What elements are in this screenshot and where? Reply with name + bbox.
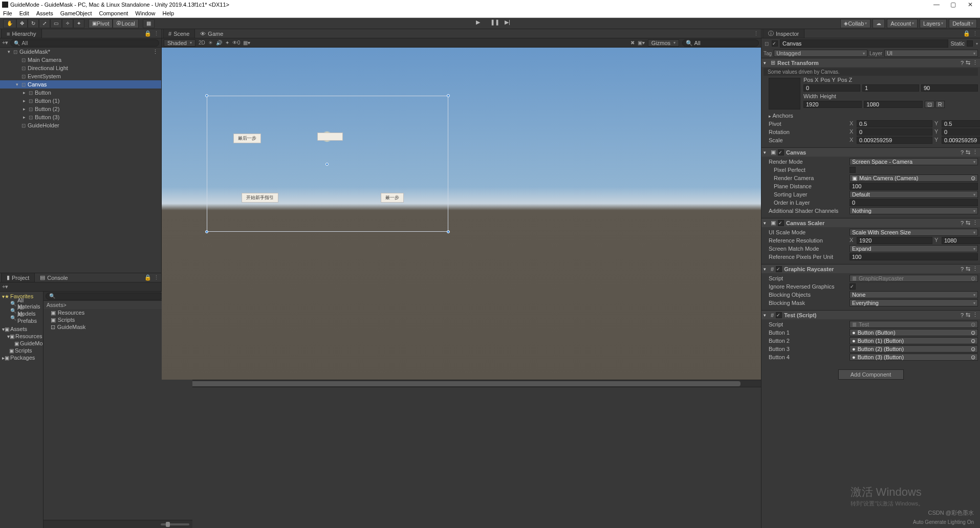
graphic-raycaster-header[interactable]: ▾#Graphic Raycaster?⇆⋮ [761, 264, 980, 273]
canvas-scaler-header[interactable]: ▾▣Canvas Scaler?⇆⋮ [761, 218, 980, 227]
cloud-icon[interactable]: ☁ [873, 19, 885, 28]
shader-channels-dropdown[interactable]: Nothing▾ [850, 207, 978, 214]
posx-input[interactable] [803, 84, 860, 92]
mode-2d-toggle[interactable]: 2D [199, 40, 205, 46]
context-menu-icon[interactable]: ⋮ [972, 59, 978, 66]
move-tool-icon[interactable]: ✥ [16, 19, 28, 28]
ignore-reversed-checkbox[interactable] [850, 283, 856, 290]
hierarchy-item-eventsystem[interactable]: ⊡EventSystem [0, 72, 161, 80]
tab-inspector[interactable]: ⓘ Inspector [763, 29, 804, 38]
scene-search-input[interactable]: 🔍 All [682, 39, 759, 47]
local-toggle[interactable]: ⦿ Local [113, 19, 138, 28]
pivot-toggle[interactable]: ▣ Pivot [89, 19, 113, 28]
posy-input[interactable] [862, 84, 919, 92]
scale-tool-icon[interactable]: ⤢ [39, 19, 50, 28]
handle-tr[interactable] [447, 94, 450, 97]
hierarchy-item-directional-light[interactable]: ⊡Directional Light [0, 64, 161, 72]
fx-toggle-icon[interactable]: ✦ [225, 40, 229, 46]
handle-br[interactable] [447, 230, 450, 233]
object-picker-icon[interactable]: ⊙ [971, 354, 975, 361]
tab-project[interactable]: ▮ Project [1, 273, 35, 282]
plane-distance-input[interactable] [850, 183, 978, 190]
menu-component[interactable]: Component [99, 10, 128, 16]
pivot-x-input[interactable] [857, 120, 932, 127]
handle-tl[interactable] [205, 94, 208, 97]
hierarchy-item-guideholder[interactable]: ⊡GuideHolder [0, 121, 161, 129]
handle-bl[interactable] [205, 230, 208, 233]
scale-mode-dropdown[interactable]: Scale With Screen Size▾ [850, 229, 978, 236]
render-camera-field[interactable]: ▣Main Camera (Camera)⊙ [850, 174, 978, 182]
pivot-y-input[interactable] [942, 120, 980, 127]
height-input[interactable] [864, 101, 922, 108]
context-menu-icon[interactable]: ⋮ [972, 30, 978, 37]
sorting-layer-dropdown[interactable]: Default▾ [850, 191, 978, 198]
layout-dropdown[interactable]: Default ▾ [949, 19, 977, 28]
raycaster-enabled-checkbox[interactable] [776, 266, 782, 272]
hierarchy-item-button2[interactable]: ▸⊡Button (2) [0, 105, 161, 113]
pixel-perfect-checkbox[interactable] [850, 167, 856, 173]
maximize-button[interactable]: ▢ [946, 1, 961, 8]
test-enabled-checkbox[interactable] [776, 312, 782, 318]
object-name-input[interactable] [780, 39, 948, 48]
hierarchy-scene-row[interactable]: ▾⊡GuideMask*⋮ [0, 48, 161, 56]
menu-assets[interactable]: Assets [36, 10, 53, 16]
match-mode-dropdown[interactable]: Expand▾ [850, 245, 978, 252]
scale-x-input[interactable] [857, 137, 932, 144]
rot-y-input[interactable] [942, 128, 980, 136]
collab-dropdown[interactable]: ◈ Collab ▾ [840, 19, 870, 28]
close-button[interactable]: ✕ [963, 1, 978, 8]
transform-tool-icon[interactable]: ✧ [62, 19, 73, 28]
refres-x-input[interactable] [857, 237, 932, 244]
account-dropdown[interactable]: Account ▾ [887, 19, 918, 28]
tree-resources[interactable]: ▾▣Resources [0, 333, 43, 340]
refpx-input[interactable] [850, 253, 978, 260]
context-menu-icon[interactable]: ⋮ [154, 274, 159, 281]
active-checkbox[interactable] [772, 40, 778, 47]
tab-hierarchy[interactable]: ≡ Hierarchy [1, 29, 42, 38]
rotate-tool-icon[interactable]: ↻ [28, 19, 39, 28]
scene-context-icon[interactable]: ⋮ [153, 49, 161, 55]
play-button[interactable]: ▶ [476, 19, 490, 28]
scene-button-br[interactable]: 最一步 [381, 193, 404, 203]
shading-dropdown[interactable]: Shaded ▾ [164, 39, 195, 47]
audio-toggle-icon[interactable]: 🔊 [216, 40, 222, 46]
fav-all-prefabs[interactable]: 🔍All Prefabs [0, 314, 43, 321]
scene-viewport[interactable]: 最后一步 开始新手指引 最一步 [162, 48, 761, 380]
assets-header[interactable]: ▾▣ Assets [0, 325, 43, 333]
scene-button-tl[interactable]: 最后一步 [233, 134, 261, 143]
help-icon[interactable]: ? [961, 60, 964, 66]
blocking-objects-dropdown[interactable]: None▾ [850, 291, 978, 298]
hierarchy-search-input[interactable]: 🔍 All [10, 39, 159, 47]
tab-game[interactable]: 👁 Game [195, 29, 229, 38]
lock-icon[interactable]: 🔒 [963, 30, 970, 37]
render-mode-dropdown[interactable]: Screen Space - Camera▾ [850, 158, 978, 165]
camera-icon[interactable]: ▣▾ [638, 40, 645, 46]
test-script-header[interactable]: ▾#Test (Script)?⇆⋮ [761, 310, 980, 319]
object-picker-icon[interactable]: ⊙ [971, 338, 975, 344]
thumbnail-size-slider[interactable] [161, 523, 189, 525]
tab-console[interactable]: ▤ Console [35, 273, 73, 282]
minimize-button[interactable]: — [929, 1, 944, 8]
rect-transform-header[interactable]: ▾⊞Rect Transform?⇆⋮ [761, 58, 980, 67]
custom-tool-icon[interactable]: ✦ [73, 19, 84, 28]
width-input[interactable] [803, 101, 862, 108]
create-dropdown-icon[interactable]: +▾ [2, 283, 8, 290]
tree-packages[interactable]: ▸▣Packages [0, 354, 43, 361]
tools-icon[interactable]: ✖ [630, 40, 635, 46]
preset-icon[interactable]: ⇆ [966, 59, 970, 66]
gizmos-dropdown[interactable]: Gizmos ▾ [648, 39, 679, 47]
step-button[interactable]: ▶| [505, 19, 519, 28]
context-menu-icon[interactable]: ⋮ [753, 30, 759, 37]
hand-tool-icon[interactable]: ✋ [3, 19, 16, 28]
anchor-preset-button[interactable] [769, 78, 800, 109]
hierarchy-item-button1[interactable]: ▸⊡Button (1) [0, 97, 161, 105]
menu-edit[interactable]: Edit [19, 10, 29, 16]
canvas-enabled-checkbox[interactable] [778, 149, 784, 156]
snap-icon[interactable]: ▦ [143, 19, 155, 28]
lock-icon[interactable]: 🔒 [144, 30, 151, 37]
lock-icon[interactable]: 🔒 [144, 274, 151, 281]
tree-scripts[interactable]: ▣Scripts [0, 347, 43, 354]
button3-field[interactable]: ●Button (2) (Button)⊙ [850, 345, 978, 353]
hierarchy-item-main-camera[interactable]: ⊡Main Camera [0, 56, 161, 64]
raw-edit-icon[interactable]: R [935, 101, 945, 108]
